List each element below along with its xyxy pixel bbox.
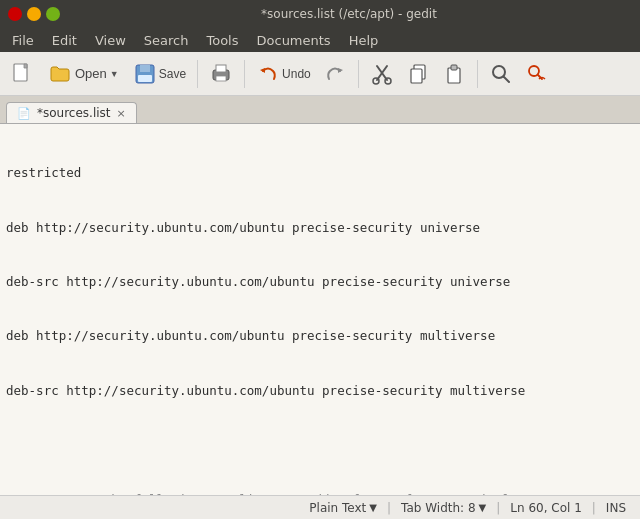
editor-line-6 <box>6 436 634 454</box>
paste-button[interactable] <box>438 58 470 90</box>
insert-mode: INS <box>600 501 632 515</box>
find-button[interactable] <box>485 58 517 90</box>
save-button[interactable]: Save <box>129 58 190 90</box>
svg-rect-5 <box>216 65 226 72</box>
open-button[interactable]: Open ▼ <box>42 58 125 90</box>
editor-line-1: restricted <box>6 164 634 182</box>
new-icon <box>10 62 34 86</box>
svg-point-12 <box>385 78 391 84</box>
replace-button[interactable] <box>521 58 553 90</box>
status-divider-2: | <box>496 501 500 515</box>
toolbar-separator-4 <box>477 60 478 88</box>
tab-filename: *sources.list <box>37 106 111 120</box>
svg-marker-7 <box>260 68 265 73</box>
paste-icon <box>442 62 466 86</box>
save-icon <box>133 62 157 86</box>
close-button[interactable] <box>8 7 22 21</box>
find-icon <box>489 62 513 86</box>
minimize-button[interactable] <box>27 7 41 21</box>
svg-marker-8 <box>338 68 343 73</box>
svg-rect-16 <box>451 65 457 70</box>
position-label: Ln 60, Col 1 <box>510 501 582 515</box>
open-label: Open <box>75 66 107 81</box>
status-divider-3: | <box>592 501 596 515</box>
mode-label: INS <box>606 501 626 515</box>
copy-icon <box>406 62 430 86</box>
toolbar-separator-3 <box>358 60 359 88</box>
window-controls <box>8 7 60 21</box>
menu-edit[interactable]: Edit <box>44 31 85 50</box>
filetype-arrow-icon: ▼ <box>369 502 377 513</box>
cut-icon <box>370 62 394 86</box>
menubar: File Edit View Search Tools Documents He… <box>0 28 640 52</box>
titlebar: *sources.list (/etc/apt) - gedit <box>0 0 640 28</box>
menu-search[interactable]: Search <box>136 31 197 50</box>
status-divider-1: | <box>387 501 391 515</box>
new-button[interactable] <box>6 58 38 90</box>
cursor-position: Ln 60, Col 1 <box>504 501 588 515</box>
print-button[interactable] <box>205 58 237 90</box>
tabbar: 📄 *sources.list × <box>0 96 640 124</box>
menu-tools[interactable]: Tools <box>198 31 246 50</box>
menu-view[interactable]: View <box>87 31 134 50</box>
menu-documents[interactable]: Documents <box>249 31 339 50</box>
editor-line-2: deb http://security.ubuntu.com/ubuntu pr… <box>6 219 634 237</box>
svg-rect-6 <box>216 76 226 81</box>
window-title: *sources.list (/etc/apt) - gedit <box>66 7 632 21</box>
menu-file[interactable]: File <box>4 31 42 50</box>
tabwidth-label: Tab Width: 8 <box>401 501 475 515</box>
cut-button[interactable] <box>366 58 398 90</box>
filetype-selector[interactable]: Plain Text ▼ <box>303 501 383 515</box>
svg-rect-2 <box>140 65 150 72</box>
toolbar: Open ▼ Save Undo <box>0 52 640 96</box>
tab-close-button[interactable]: × <box>117 108 126 119</box>
statusbar: Plain Text ▼ | Tab Width: 8 ▼ | Ln 60, C… <box>0 495 640 519</box>
svg-point-11 <box>373 78 379 84</box>
maximize-button[interactable] <box>46 7 60 21</box>
toolbar-separator-1 <box>197 60 198 88</box>
undo-icon <box>256 62 280 86</box>
svg-rect-3 <box>138 75 152 82</box>
redo-icon <box>323 62 347 86</box>
tab-sources-list[interactable]: 📄 *sources.list × <box>6 102 137 123</box>
filetype-label: Plain Text <box>309 501 366 515</box>
svg-line-18 <box>503 76 509 82</box>
editor-line-4: deb http://security.ubuntu.com/ubuntu pr… <box>6 327 634 345</box>
copy-button[interactable] <box>402 58 434 90</box>
open-icon <box>48 62 72 86</box>
editor[interactable]: restricted deb http://security.ubuntu.co… <box>0 124 640 495</box>
print-icon <box>209 62 233 86</box>
save-label: Save <box>159 67 186 81</box>
undo-label: Undo <box>282 67 311 81</box>
tab-file-icon: 📄 <box>17 107 31 120</box>
menu-help[interactable]: Help <box>341 31 387 50</box>
replace-icon <box>525 62 549 86</box>
redo-button[interactable] <box>319 58 351 90</box>
tabwidth-arrow-icon: ▼ <box>479 502 487 513</box>
toolbar-separator-2 <box>244 60 245 88</box>
undo-button[interactable]: Undo <box>252 58 315 90</box>
svg-rect-14 <box>411 69 422 83</box>
editor-line-3: deb-src http://security.ubuntu.com/ubunt… <box>6 273 634 291</box>
tabwidth-selector[interactable]: Tab Width: 8 ▼ <box>395 501 492 515</box>
open-dropdown-icon[interactable]: ▼ <box>110 69 119 79</box>
editor-line-5: deb-src http://security.ubuntu.com/ubunt… <box>6 382 634 400</box>
